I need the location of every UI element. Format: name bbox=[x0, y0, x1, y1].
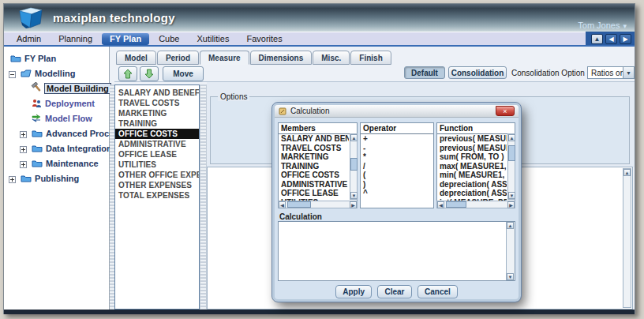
tree-item-maintenance[interactable]: Maintenance bbox=[4, 156, 109, 171]
measure-list-item[interactable]: TOTAL EXPENSES bbox=[115, 190, 199, 201]
tree-item-advanced-processing[interactable]: Advanced Processing bbox=[4, 126, 109, 141]
member-item[interactable]: SALARY AND BENEFITS bbox=[279, 134, 349, 144]
function-item[interactable]: previous( MEASURE, PER bbox=[437, 144, 507, 153]
folder-icon bbox=[32, 157, 43, 172]
scroll-thumb[interactable] bbox=[508, 145, 515, 161]
tree-item-model-building[interactable]: Model Building bbox=[4, 81, 109, 96]
cancel-button[interactable]: Cancel bbox=[417, 285, 458, 298]
scroll-down-icon[interactable] bbox=[508, 192, 515, 199]
menu-item-cube[interactable]: Cube bbox=[151, 33, 187, 45]
move-up-button[interactable] bbox=[118, 66, 137, 81]
scroll-down-icon[interactable] bbox=[507, 273, 514, 280]
calculation-textarea[interactable] bbox=[278, 221, 515, 281]
function-item[interactable]: previous( MEASURE ) bbox=[437, 134, 507, 144]
function-item[interactable]: sum( FROM, TO ) bbox=[437, 152, 507, 162]
scroll-up-icon[interactable] bbox=[623, 169, 631, 176]
scroll-right-icon[interactable] bbox=[507, 201, 515, 208]
user-menu[interactable]: Tom Jones▾ bbox=[578, 21, 627, 30]
move-down-button[interactable] bbox=[140, 66, 159, 81]
member-item[interactable]: MARKETING bbox=[279, 152, 349, 162]
nav-back-button[interactable]: ◀ bbox=[605, 34, 617, 44]
tab-finish[interactable]: Finish bbox=[350, 51, 391, 65]
tree-item-modelling[interactable]: Modelling bbox=[4, 66, 109, 81]
scroll-right-icon[interactable] bbox=[350, 201, 357, 208]
detail-vertical-scrollbar[interactable] bbox=[623, 168, 631, 308]
tab-misc[interactable]: Misc. bbox=[313, 51, 350, 65]
scroll-thumb[interactable] bbox=[350, 158, 358, 171]
operator-item[interactable]: ( bbox=[361, 171, 433, 180]
member-item[interactable]: TRAVEL COSTS bbox=[279, 144, 349, 153]
nav-forward-button[interactable]: ▶ bbox=[620, 34, 631, 44]
expand-icon[interactable] bbox=[20, 146, 27, 153]
scroll-up-icon[interactable] bbox=[350, 134, 358, 141]
caret-down-icon: ▾ bbox=[623, 22, 627, 30]
dialog-title-bar[interactable]: Calculation × bbox=[275, 105, 519, 118]
menu-item-planning[interactable]: Planning bbox=[51, 33, 100, 45]
measure-list-item[interactable]: TRAVEL COSTS bbox=[115, 98, 199, 108]
clear-button[interactable]: Clear bbox=[377, 285, 412, 298]
application-window: maxiplan technology Tom Jones▾ Admin Pla… bbox=[0, 0, 644, 319]
default-button[interactable]: Default bbox=[404, 66, 445, 79]
function-item[interactable]: depreciation( ASSET, LIFE bbox=[437, 180, 507, 190]
member-item[interactable]: TRAINING bbox=[279, 162, 349, 171]
folder-icon bbox=[10, 52, 21, 67]
move-button[interactable]: Move bbox=[163, 66, 204, 81]
collapse-icon[interactable] bbox=[9, 71, 16, 78]
measure-list-item[interactable]: OTHER EXPENSES bbox=[115, 180, 199, 190]
tab-period[interactable]: Period bbox=[157, 51, 199, 65]
splitter-middle[interactable] bbox=[200, 84, 207, 310]
function-vscrollbar[interactable] bbox=[507, 133, 515, 200]
operator-item[interactable]: * bbox=[361, 152, 433, 162]
member-item[interactable]: OFFICE COSTS bbox=[279, 171, 349, 180]
measure-list-item[interactable]: ADMINISTRATIVE bbox=[115, 139, 199, 149]
tree-item-publishing[interactable]: Publishing bbox=[4, 171, 109, 186]
tree-item-model-flow[interactable]: Model Flow bbox=[4, 111, 109, 126]
consolidation-option-select[interactable]: Ratios only▼ bbox=[587, 66, 635, 79]
scroll-left-icon[interactable] bbox=[437, 201, 444, 208]
menu-item-admin[interactable]: Admin bbox=[9, 33, 49, 45]
operator-item[interactable]: - bbox=[361, 144, 433, 153]
member-item[interactable]: OFFICE LEASE bbox=[279, 189, 349, 198]
members-vscrollbar[interactable] bbox=[350, 133, 358, 200]
function-item[interactable]: max( MEASURE1, MEASU bbox=[437, 162, 507, 171]
measure-list-item[interactable]: TRAINING bbox=[115, 118, 199, 129]
operator-item[interactable]: + bbox=[361, 134, 433, 144]
scroll-up-icon[interactable] bbox=[507, 222, 514, 229]
menu-item-favorites[interactable]: Favorites bbox=[238, 33, 290, 45]
apply-button[interactable]: Apply bbox=[335, 285, 372, 298]
measure-list-item[interactable]: OFFICE COSTS bbox=[115, 129, 199, 139]
menu-item-fy-plan[interactable]: FY Plan bbox=[102, 33, 149, 45]
nav-up-button[interactable]: ▲ bbox=[591, 34, 603, 44]
members-hscrollbar[interactable] bbox=[278, 201, 358, 208]
consolidation-button[interactable]: Consolidation bbox=[448, 66, 507, 79]
dialog-close-button[interactable]: × bbox=[496, 106, 515, 116]
operator-item[interactable]: ) bbox=[361, 180, 433, 190]
expand-icon[interactable] bbox=[20, 131, 27, 138]
measure-list-item[interactable]: SALARY AND BENEFITS bbox=[115, 88, 199, 98]
function-item[interactable]: depreciation( ASSET, LIF bbox=[437, 189, 507, 198]
tab-dimensions[interactable]: Dimensions bbox=[250, 51, 313, 65]
scroll-thumb[interactable] bbox=[446, 201, 466, 208]
measure-list-item[interactable]: OTHER OFFICE EXPENSES bbox=[115, 170, 199, 180]
tree-item-data-integration[interactable]: Data Integration bbox=[4, 141, 109, 156]
calc-vscrollbar[interactable] bbox=[506, 222, 515, 280]
tab-model[interactable]: Model bbox=[116, 51, 156, 65]
scroll-left-icon[interactable] bbox=[279, 201, 286, 208]
tree-item-deployment[interactable]: Deployment bbox=[4, 96, 109, 111]
scroll-thumb[interactable] bbox=[287, 201, 311, 208]
function-item[interactable]: min( MEASURE1, MEASUR bbox=[437, 171, 507, 180]
measure-list-item[interactable]: OFFICE LEASE bbox=[115, 149, 199, 160]
member-item[interactable]: ADMINISTRATIVE bbox=[279, 180, 349, 190]
scroll-down-icon[interactable] bbox=[350, 192, 358, 199]
measure-list-item[interactable]: MARKETING bbox=[115, 108, 199, 118]
scroll-up-icon[interactable] bbox=[508, 134, 515, 141]
operator-item[interactable]: / bbox=[361, 162, 433, 171]
expand-icon[interactable] bbox=[9, 176, 16, 183]
menu-item-xutilities[interactable]: Xutilities bbox=[189, 33, 237, 45]
expand-icon[interactable] bbox=[20, 161, 27, 168]
function-hscrollbar[interactable] bbox=[436, 201, 515, 208]
measure-list-item[interactable]: UTILITIES bbox=[115, 160, 199, 170]
tab-measure[interactable]: Measure bbox=[200, 51, 249, 65]
tree-item-fy-plan[interactable]: FY Plan bbox=[4, 51, 109, 66]
operator-item[interactable]: ^ bbox=[361, 189, 433, 198]
